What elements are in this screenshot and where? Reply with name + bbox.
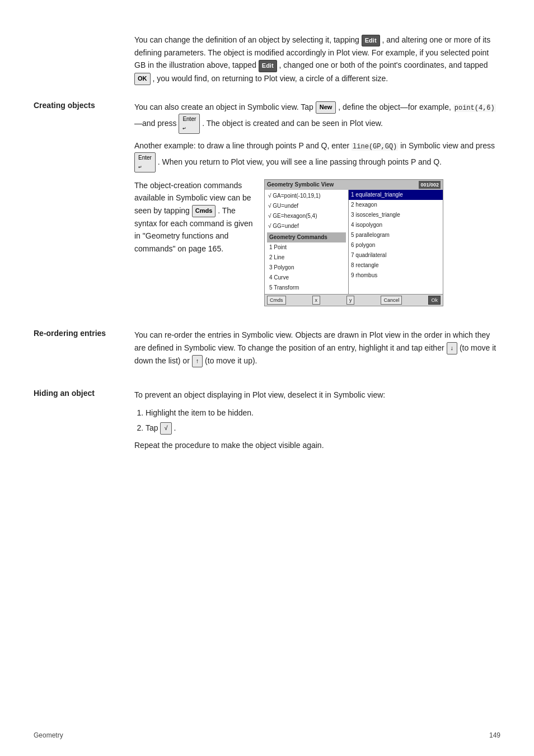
geo-right-panel: 1 equilateral_triangle 2 hexagon 3 isosc… — [349, 190, 443, 294]
creating-objects-label: Creating objects — [34, 101, 134, 314]
hiding-repeat: Repeat the procedure to make the object … — [134, 439, 500, 451]
geo-commands-header: Geometry Commands — [267, 232, 346, 242]
reordering-section: Re-ordering entries You can re-order the… — [34, 329, 500, 373]
intro-text-3: , changed one or both of the point's coo… — [279, 60, 488, 69]
hiding-step1: Highlight the item to be hidden. — [146, 407, 500, 419]
checkmark-button-inline: √ — [160, 422, 171, 435]
creating-para2: Another example: to draw a line through … — [134, 139, 500, 172]
geo-entry-gg: GG=undef — [267, 221, 346, 231]
geo-cmd-line: 2 Line — [267, 253, 346, 263]
geo-item-isopolygon: 4 isopolygon — [349, 220, 443, 230]
footer-right: 149 — [489, 731, 500, 739]
new-button-inline: New — [316, 101, 336, 114]
enter-button-inline2: Enter↵ — [134, 152, 156, 172]
geo-item-rectangle: 8 rectangle — [349, 260, 443, 270]
page-content: You can change the definition of an obje… — [0, 0, 534, 506]
hiding-section: Hiding an object To prevent an object di… — [34, 389, 500, 457]
reordering-text-end: (to move it up). — [205, 356, 257, 365]
hiding-text: To prevent an object displaying in Plot … — [134, 389, 500, 401]
intro-text-4: , you would find, on returning to Plot v… — [152, 74, 388, 83]
enter-button-inline1: Enter↵ — [179, 114, 200, 134]
creating-text-2c: . When you return to Plot view, you will… — [158, 157, 442, 166]
hiding-step2-post: . — [174, 423, 176, 432]
line-code: line(GP,GQ) — [352, 143, 398, 151]
screenshot-left-text: The object-creation commands available i… — [134, 179, 257, 306]
geo-cmd-transform: 5 Transform — [267, 283, 346, 293]
page-footer: Geometry 149 — [34, 731, 500, 739]
creating-objects-section: Creating objects You can also create an … — [34, 101, 500, 314]
creating-text-2b: in Symbolic view and press — [400, 141, 495, 150]
hiding-content: To prevent an object displaying in Plot … — [134, 389, 500, 457]
geo-item-cpolygon: 6 polygon — [349, 240, 443, 250]
geometry-screenshot: Geometry Symbolic View 001/002 GA=point(… — [264, 179, 443, 306]
point-code: point(4,6) — [453, 104, 496, 112]
geo-left-panel: GA=point(-10,19,1) GU=undef GE=hexagon(5… — [265, 190, 349, 294]
geo-btn-x[interactable]: x — [312, 296, 321, 305]
creating-text-1e: . The object is created and can be seen … — [202, 119, 383, 128]
reordering-content: You can re-order the entries in Symbolic… — [134, 329, 500, 373]
creating-text-1: You can also create an object in Symboli… — [134, 102, 313, 111]
ok-button-inline: OK — [134, 73, 151, 85]
geo-btn-cmds[interactable]: Cmds — [267, 296, 286, 305]
edit-button-inline: Edit — [362, 35, 380, 47]
geo-bottom-bar: Cmds x y Cancel Ok — [265, 294, 443, 306]
geo-title: Geometry Symbolic View — [267, 180, 334, 189]
geo-page-indicator: 001/002 — [419, 181, 441, 189]
geo-item-isosceles: 3 isosceles_triangle — [349, 210, 443, 220]
geo-item-rhombus: 9 rhombus — [349, 270, 443, 281]
geo-title-bar: Geometry Symbolic View 001/002 — [265, 180, 443, 190]
creating-text-2a: Another example: to draw a line through … — [134, 141, 349, 150]
screenshot-area: The object-creation commands available i… — [134, 179, 500, 306]
geo-btn-y[interactable]: y — [346, 296, 355, 305]
creating-objects-content: You can also create an object in Symboli… — [134, 101, 500, 314]
geo-item-quadrilateral: 7 quadrilateral — [349, 250, 443, 260]
creating-text-1b: , define the object—for example, — [338, 102, 453, 111]
reordering-text: You can re-order the entries in Symbolic… — [134, 329, 500, 367]
geo-btn-ok[interactable]: Ok — [428, 296, 441, 305]
geo-item-parallelogram: 5 parallelogram — [349, 230, 443, 240]
hiding-step2: Tap √ . — [146, 422, 500, 435]
cmds-button-inline: Cmds — [192, 205, 216, 217]
hiding-step2-pre: Tap — [146, 423, 158, 432]
geo-cmd-polygon: 3 Polygon — [267, 263, 346, 273]
edit-button-inline2: Edit — [259, 60, 277, 72]
geo-entry-ga: GA=point(-10,19,1) — [267, 191, 346, 201]
geo-cmd-curve: 4 Curve — [267, 273, 346, 283]
hiding-label: Hiding an object — [34, 389, 134, 457]
footer-left: Geometry — [34, 731, 63, 739]
reordering-text-main: You can re-order the entries in Symbolic… — [134, 330, 490, 352]
intro-paragraph: You can change the definition of an obje… — [134, 34, 500, 85]
hiding-steps: Highlight the item to be hidden. Tap √ . — [134, 407, 500, 434]
creating-text-1d: —and press — [134, 119, 179, 128]
reordering-label: Re-ordering entries — [34, 329, 134, 373]
geo-entry-ge: GE=hexagon(5,4) — [267, 211, 346, 221]
creating-para1: You can also create an object in Symboli… — [134, 101, 500, 134]
arrow-down-button: ↓ — [447, 342, 458, 354]
arrow-up-button: ↑ — [192, 355, 203, 367]
geo-btn-cancel[interactable]: Cancel — [381, 296, 402, 305]
intro-text-1: You can change the definition of an obje… — [134, 35, 362, 44]
geo-entry-gu: GU=undef — [267, 201, 346, 211]
geo-cmd-point: 1 Point — [267, 242, 346, 253]
geo-item-equilateral: 1 equilateral_triangle — [349, 190, 443, 200]
geo-main-area: GA=point(-10,19,1) GU=undef GE=hexagon(5… — [265, 190, 443, 294]
geo-item-hexagon: 2 hexagon — [349, 200, 443, 210]
